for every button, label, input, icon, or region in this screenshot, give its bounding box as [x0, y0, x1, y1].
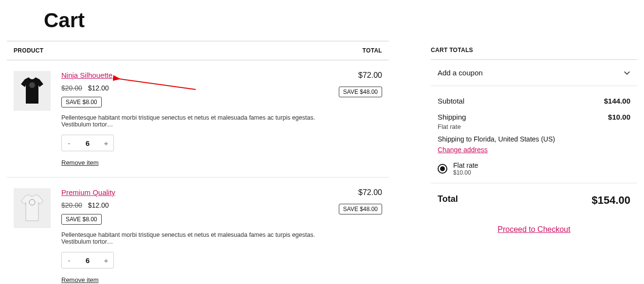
col-header-total: TOTAL [363, 47, 382, 54]
qty-increase-button[interactable]: + [99, 135, 113, 151]
cart-table-header: PRODUCT TOTAL [7, 41, 389, 60]
shipping-label: Shipping [438, 113, 466, 121]
quantity-stepper: - 6 + [61, 252, 114, 268]
shipping-value: $10.00 [608, 113, 630, 121]
svg-point-0 [29, 82, 35, 88]
product-description: Pellentesque habitant morbi tristique se… [61, 114, 319, 128]
qty-value[interactable]: 6 [76, 252, 99, 268]
subtotal-value: $144.00 [604, 97, 630, 105]
totals-header: CART TOTALS [431, 41, 637, 60]
chevron-down-icon [624, 70, 630, 76]
product-thumbnail[interactable] [14, 188, 51, 228]
qty-decrease-button[interactable]: - [62, 135, 76, 151]
unit-save-badge: SAVE $8.00 [61, 214, 102, 225]
shipping-option-radio[interactable] [438, 164, 447, 174]
product-thumbnail[interactable] [14, 71, 51, 111]
total-label: Total [438, 194, 458, 207]
shipping-to-text: Shipping to Florida, United States (US) [438, 135, 630, 143]
sale-price: $12.00 [88, 201, 109, 209]
product-name-link[interactable]: Ninja Silhouette [61, 71, 112, 79]
total-value: $154.00 [591, 194, 630, 207]
radio-selected-icon [440, 166, 445, 171]
line-save-badge: SAVE $48.00 [339, 204, 382, 214]
shipping-option-label: Flat rate [453, 161, 478, 169]
line-total: $72.00 [319, 188, 382, 197]
tshirt-icon [20, 76, 44, 106]
page-title: Cart [44, 9, 637, 32]
coupon-label: Add a coupon [438, 69, 483, 77]
proceed-to-checkout-link[interactable]: Proceed to Checkout [431, 225, 637, 234]
original-price: $20.00 [61, 84, 82, 92]
tshirt-icon [20, 194, 44, 223]
line-save-badge: SAVE $48.00 [339, 87, 382, 97]
qty-decrease-button[interactable]: - [62, 252, 76, 268]
remove-item-link[interactable]: Remove item [61, 159, 99, 166]
cart-totals-column: CART TOTALS Add a coupon Subtotal $144.0… [431, 41, 637, 234]
original-price: $20.00 [61, 201, 82, 209]
quantity-stepper: - 6 + [61, 135, 114, 151]
remove-item-link[interactable]: Remove item [61, 276, 99, 284]
unit-save-badge: SAVE $8.00 [61, 97, 102, 107]
col-header-product: PRODUCT [14, 47, 43, 54]
add-coupon-toggle[interactable]: Add a coupon [431, 60, 637, 86]
product-name-link[interactable]: Premium Quality [61, 188, 115, 196]
line-total: $72.00 [319, 71, 382, 80]
shipping-option-price: $10.00 [453, 169, 478, 176]
subtotal-label: Subtotal [438, 97, 464, 105]
sale-price: $12.00 [88, 84, 109, 92]
qty-value[interactable]: 6 [76, 135, 99, 151]
shipping-method-sub: Flat rate [438, 123, 630, 130]
cart-item: Premium Quality $20.00 $12.00 SAVE $8.00… [7, 178, 389, 284]
change-address-link[interactable]: Change address [438, 146, 488, 154]
qty-increase-button[interactable]: + [99, 252, 113, 268]
cart-item: Ninja Silhouette $20.00 $12.00 SAVE $8.0… [7, 60, 389, 178]
cart-items-column: PRODUCT TOTAL Ninja Silhouette $20.00 $1… [7, 41, 389, 284]
product-description: Pellentesque habitant morbi tristique se… [61, 231, 319, 245]
